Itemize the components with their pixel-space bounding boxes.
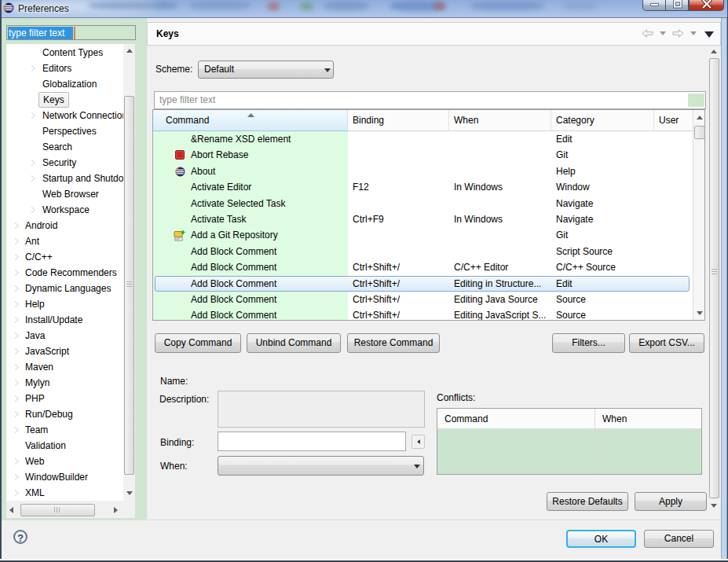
svg-text:GIT: GIT bbox=[176, 237, 181, 241]
